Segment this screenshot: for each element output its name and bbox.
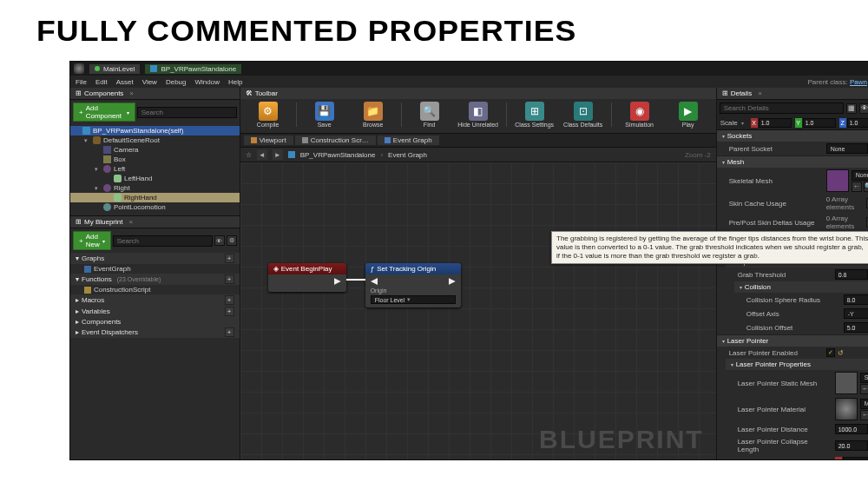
use-selected-icon[interactable]: ← bbox=[860, 410, 868, 420]
parent-class-link[interactable]: Pawn bbox=[850, 78, 867, 86]
add-new-button[interactable]: +Add New▾ bbox=[73, 231, 111, 250]
scale-y-field[interactable]: Y bbox=[795, 118, 836, 128]
event-graph-canvas[interactable]: ◈Event BeginPlay ƒSet Tracking Origin Or… bbox=[240, 162, 716, 459]
tree-row[interactable]: ▾Left bbox=[70, 164, 240, 174]
material-combo[interactable]: MI_LaserBeam▾ bbox=[860, 399, 868, 409]
tab-viewport[interactable]: Viewport bbox=[244, 135, 293, 145]
nav-back-button[interactable]: ◄ bbox=[257, 149, 267, 160]
eye-icon[interactable]: 👁 bbox=[859, 103, 868, 114]
toolbar-classdefaults-button[interactable]: ⊡Class Defaults bbox=[561, 102, 606, 128]
graphs-header[interactable]: ▾Graphs+ bbox=[70, 253, 240, 264]
tree-row[interactable]: Box bbox=[70, 155, 240, 164]
graph-item[interactable]: EventGraph bbox=[70, 264, 240, 274]
details-panel-tab[interactable]: ⊞Details× bbox=[717, 88, 868, 100]
property-matrix-icon[interactable]: ▦ bbox=[846, 103, 857, 114]
scale-x-field[interactable]: X bbox=[751, 118, 792, 128]
toolbar-find-button[interactable]: 🔍Find bbox=[407, 102, 452, 128]
add-icon[interactable]: + bbox=[225, 327, 234, 337]
cat-laser-props-header[interactable]: ▾Laser Pointer Properties bbox=[726, 359, 868, 370]
function-item[interactable]: ConstructionScript bbox=[70, 285, 240, 294]
tree-row[interactable]: ▾DefaultSceneRoot bbox=[70, 135, 240, 145]
numeric-input[interactable]: 20.0 bbox=[835, 440, 868, 451]
add-icon[interactable]: + bbox=[225, 274, 234, 284]
menu-edit[interactable]: Edit bbox=[95, 78, 108, 86]
numeric-input[interactable]: 8.0 bbox=[844, 294, 868, 305]
asset-thumbnail[interactable] bbox=[835, 398, 858, 420]
close-icon[interactable]: × bbox=[128, 218, 133, 226]
tree-row[interactable]: LeftHand bbox=[70, 174, 240, 183]
functions-header[interactable]: ▾Functions(23 Overridable)+ bbox=[70, 274, 240, 285]
add-component-button[interactable]: +Add Component▾ bbox=[73, 102, 135, 122]
socket-combo[interactable]: None bbox=[826, 143, 868, 154]
add-icon[interactable]: + bbox=[225, 295, 234, 305]
asset-thumbnail[interactable] bbox=[835, 372, 858, 394]
browse-icon: 📁 bbox=[364, 102, 383, 121]
details-search-input[interactable] bbox=[720, 102, 844, 114]
checkbox[interactable]: ✓ bbox=[826, 348, 835, 357]
toolbar-hide-button[interactable]: ◧Hide Unrelated bbox=[456, 102, 501, 128]
tab-construction[interactable]: Construction Scr… bbox=[295, 135, 376, 145]
mesh-combo[interactable]: None▾ bbox=[852, 170, 868, 181]
axis-combo[interactable]: -Y▾ bbox=[844, 308, 868, 319]
macros-header[interactable]: ▸Macros+ bbox=[70, 294, 240, 306]
asset-thumbnail[interactable] bbox=[826, 169, 849, 192]
toolbar-compile-button[interactable]: ⚙Compile bbox=[246, 102, 291, 128]
vec-x-field[interactable]: X bbox=[835, 457, 868, 459]
cat-mesh-header[interactable]: ▾Mesh bbox=[717, 156, 868, 168]
menu-window[interactable]: Window bbox=[194, 78, 219, 86]
numeric-input[interactable]: 5.0 bbox=[844, 322, 868, 333]
cat-laser-header[interactable]: ▾Laser Pointer bbox=[717, 335, 868, 347]
menu-file[interactable]: File bbox=[76, 78, 87, 86]
node-event-beginplay[interactable]: ◈Event BeginPlay bbox=[268, 263, 346, 292]
crumb-asset[interactable]: BP_VRPawnStandalone bbox=[300, 151, 376, 159]
toolbar-save-button[interactable]: 💾Save bbox=[302, 102, 347, 128]
numeric-input[interactable]: 0.8 bbox=[835, 269, 868, 280]
tree-row[interactable]: PointLocomotion bbox=[70, 202, 240, 212]
tab-eventgraph[interactable]: Event Graph bbox=[378, 135, 439, 145]
mesh-combo[interactable]: SM_BeamMesh▾ bbox=[860, 373, 868, 383]
components-panel-tab[interactable]: ⊞Components× bbox=[70, 88, 240, 100]
close-icon[interactable]: × bbox=[758, 89, 762, 97]
toolbar-browse-button[interactable]: 📁Browse bbox=[351, 102, 396, 128]
components-header[interactable]: ▸Components bbox=[70, 317, 240, 327]
variables-header[interactable]: ▸Variables+ bbox=[70, 306, 240, 317]
myblueprint-search-input[interactable] bbox=[113, 235, 213, 247]
titlebar-tab-blueprint[interactable]: BP_VRPawnStandalone bbox=[145, 64, 241, 74]
favorite-icon[interactable]: ☆ bbox=[246, 151, 252, 159]
settings-icon[interactable]: ⚙ bbox=[227, 235, 237, 246]
components-search-input[interactable] bbox=[137, 107, 237, 118]
add-icon[interactable]: + bbox=[225, 307, 234, 316]
menu-help[interactable]: Help bbox=[228, 78, 242, 86]
view-options-icon[interactable]: 👁 bbox=[214, 235, 225, 246]
scale-z-field[interactable]: Z bbox=[839, 118, 868, 128]
exec-out-pin[interactable] bbox=[449, 278, 456, 285]
add-icon[interactable]: + bbox=[225, 254, 234, 263]
titlebar-tab-level[interactable]: MainLevel bbox=[89, 64, 140, 74]
toolbar-simulation-button[interactable]: ◉Simulation bbox=[617, 102, 662, 128]
cat-sockets-header[interactable]: ▾Sockets bbox=[717, 130, 868, 142]
menu-debug[interactable]: Debug bbox=[166, 78, 187, 86]
toolbar-classsettings-button[interactable]: ⊞Class Settings bbox=[512, 102, 557, 128]
toolbar-play-button[interactable]: ▶Play bbox=[666, 102, 711, 128]
tree-root[interactable]: BP_VRPawnStandalone(self) bbox=[70, 126, 240, 135]
menu-view[interactable]: View bbox=[142, 78, 157, 86]
tree-row[interactable]: Camera bbox=[70, 145, 240, 155]
dispatchers-header[interactable]: ▸Event Dispatchers+ bbox=[70, 327, 240, 338]
node-set-tracking-origin[interactable]: ƒSet Tracking Origin Origin Floor Level▾ bbox=[365, 263, 461, 307]
use-selected-icon[interactable]: ← bbox=[852, 182, 862, 192]
tree-row-selected[interactable]: RightHand bbox=[70, 193, 240, 202]
reset-icon[interactable]: ↺ bbox=[838, 349, 844, 357]
exec-in-pin[interactable] bbox=[371, 278, 378, 285]
cat-collision-header[interactable]: ▾Collision bbox=[734, 281, 868, 293]
exec-out-pin[interactable] bbox=[334, 278, 341, 285]
use-selected-icon[interactable]: ← bbox=[860, 384, 868, 394]
tree-row[interactable]: ▾Right bbox=[70, 183, 240, 193]
numeric-input[interactable]: 1000.0 bbox=[835, 424, 868, 434]
nav-fwd-button[interactable]: ► bbox=[273, 149, 283, 160]
close-icon[interactable]: × bbox=[129, 89, 134, 97]
menu-asset[interactable]: Asset bbox=[116, 78, 134, 86]
crumb-graph[interactable]: Event Graph bbox=[388, 151, 427, 159]
myblueprint-panel-tab[interactable]: ⊞My Blueprint× bbox=[70, 216, 240, 228]
enum-dropdown[interactable]: Floor Level▾ bbox=[371, 295, 456, 304]
browse-icon[interactable]: 🔍 bbox=[864, 182, 868, 192]
